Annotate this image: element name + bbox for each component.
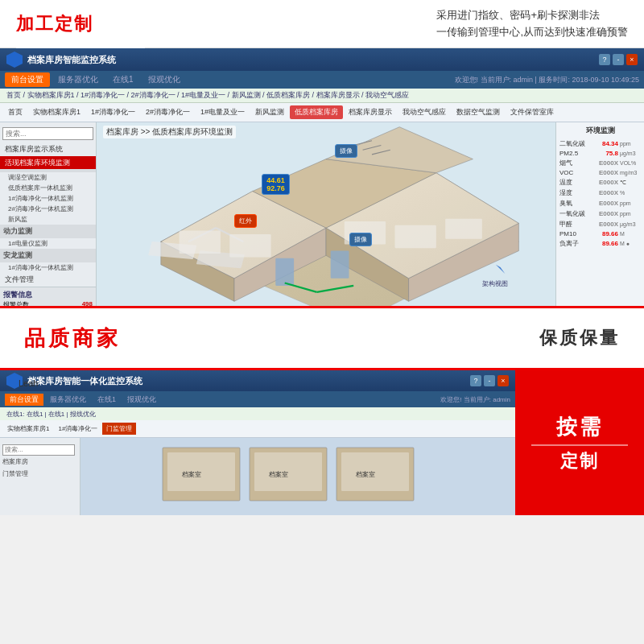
- menu-disinfect1[interactable]: 1#消毒净化一: [86, 105, 140, 119]
- bottom-floor-svg: 档案室 档案室 档案室: [80, 438, 515, 515]
- bottom-nav-tab-report[interactable]: 报观优化: [122, 394, 161, 406]
- bottom-nav: 前台设置 服务器优化 在线1 报观优化 欢迎您! 当前用户: admin: [0, 391, 515, 407]
- breadcrumb-bar: 首页 / 实物档案库房1 / 1#消毒净化一 / 2#消毒净化一 / 1#电量及…: [0, 89, 644, 103]
- env-label-co2: 二氧化碳: [559, 139, 588, 148]
- bottom-menu-disinfect[interactable]: 1#消毒净化一: [54, 423, 101, 435]
- sidebar-item-files[interactable]: 文件管理: [0, 273, 96, 287]
- sidebar-sub-dis1[interactable]: 1#消毒净化一体机监测: [0, 193, 96, 204]
- env-panel-title: 环境监测: [559, 126, 641, 136]
- bottom-close-btn[interactable]: ×: [497, 375, 509, 386]
- env-val-pm10: 89.66: [590, 230, 618, 237]
- close-btn[interactable]: ×: [626, 54, 638, 65]
- menu-display[interactable]: 档案库房显示: [344, 105, 397, 119]
- sidebar-sub-power[interactable]: 1#电量仪监测: [0, 238, 96, 249]
- svg-marker-27: [496, 265, 505, 274]
- bottom-nav-tab-online[interactable]: 在线1: [93, 394, 121, 406]
- env-unit-pm25: μg/m3: [620, 151, 641, 156]
- env-unit-voc: mg/m3: [620, 170, 641, 175]
- menu-airquality[interactable]: 我动空气感应: [398, 105, 451, 119]
- bottom-minimize-btn[interactable]: -: [484, 375, 495, 386]
- env-label-smoke: 烟气: [559, 159, 588, 167]
- breadcrumb-text: 首页 / 实物档案库房1 / 1#消毒净化一 / 2#消毒净化一 / 1#电量及…: [6, 90, 409, 101]
- sidebar-sub-hvac[interactable]: 调湿空调监测: [0, 172, 96, 183]
- sidebar-sub-security[interactable]: 1#消毒净化一体机监测: [0, 262, 96, 273]
- env-unit-neg-ion: M ●: [620, 241, 641, 246]
- env-label-humidity: 湿度: [559, 188, 588, 197]
- sidebar-section-power: 动力监测: [0, 225, 96, 238]
- menu-disinfect2[interactable]: 2#消毒净化一: [141, 105, 195, 119]
- bottom-help-btn[interactable]: ?: [470, 375, 481, 386]
- bottom-menu: 实物档案库房1 1#消毒净化一 门监管理: [0, 420, 515, 438]
- menu-ventilation[interactable]: 新风监测: [250, 105, 289, 119]
- logo-icon: [6, 52, 23, 68]
- env-row-neg-ion: 负离子 89.66 M ●: [559, 239, 641, 248]
- sidebar-item-archive[interactable]: 档案库房监示系统: [0, 142, 96, 156]
- env-row-ozone: 臭氧 E000X ppm: [559, 199, 641, 208]
- menu-lowgrade[interactable]: 低质档案库房: [290, 105, 343, 119]
- env-label-neg-ion: 负离子: [559, 239, 588, 248]
- env-label-formaldehyde: 甲醛: [559, 220, 588, 229]
- bottom-nav-tab-optimize[interactable]: 服务器优化: [45, 394, 91, 406]
- bottom-nav-tab-settings[interactable]: 前台设置: [5, 394, 43, 406]
- menu-archive[interactable]: 实物档案库房1: [28, 105, 85, 119]
- sidebar-search-input[interactable]: [2, 127, 93, 140]
- sidebar-sub-lowgrade[interactable]: 低质档案库一体机监测: [0, 183, 96, 193]
- nav-tab-online[interactable]: 在线1: [106, 72, 140, 87]
- svg-rect-32: [167, 452, 235, 491]
- bottom-nav-right: 欢迎您! 当前用户: admin: [440, 395, 510, 404]
- badge-line1: 按需: [556, 413, 603, 441]
- env-row-temp: 温度 E000X ℃: [559, 178, 641, 187]
- nav-tab-optimize[interactable]: 服务器优化: [52, 72, 105, 87]
- help-btn[interactable]: ?: [599, 54, 610, 65]
- sidebar-sub-vent[interactable]: 新风监: [0, 214, 96, 225]
- banner-slogan: 采用进门指纹、密码+刷卡探测非法 一传输到管理中心,从而达到快速准确预警: [436, 7, 628, 41]
- logo-area: 档案库房智能监控系统: [6, 52, 116, 68]
- sidebar-sub-dis2[interactable]: 2#消毒净化一体机监测: [0, 204, 96, 214]
- env-row-pm25: PM2.5 75.8 μg/m3: [559, 150, 641, 157]
- middle-text-right: 保质保量: [539, 326, 620, 350]
- brand-label: 加工定制: [16, 12, 93, 36]
- floor-plan-svg: 架构视图: [97, 122, 555, 306]
- svg-text:档案室: 档案室: [268, 470, 288, 478]
- minimize-btn[interactable]: -: [613, 54, 624, 65]
- nav-tab-report[interactable]: 报观优化: [142, 72, 187, 87]
- bottom-menu-archive[interactable]: 实物档案库房1: [3, 423, 53, 435]
- bottom-sys-controls[interactable]: ? - ×: [470, 375, 509, 386]
- svg-rect-24: [331, 251, 349, 279]
- env-unit-co2: ppm: [620, 141, 641, 147]
- env-unit-smoke: VOL%: [620, 160, 641, 166]
- env-label-voc: VOC: [559, 169, 588, 176]
- menu-dataair[interactable]: 数据空气监测: [452, 105, 505, 119]
- env-label-temp: 温度: [559, 178, 588, 187]
- env-row-co2: 二氧化碳 84.34 ppm: [559, 139, 641, 148]
- bottom-menu-door[interactable]: 门监管理: [102, 423, 136, 435]
- nav-user-info: 欢迎您! 当前用户: admin | 服务时间: 2018-09-10 10:4…: [455, 75, 639, 85]
- sys-controls[interactable]: ? - ×: [599, 54, 638, 65]
- middle-text-left: 品质商家: [24, 324, 121, 353]
- menu-home[interactable]: 首页: [3, 105, 27, 119]
- sidebar-item-env[interactable]: 活现档案库环境监测: [0, 156, 96, 170]
- nav-tab-settings[interactable]: 前台设置: [5, 72, 50, 87]
- bottom-sidebar-item2[interactable]: 门禁管理: [2, 468, 77, 480]
- svg-text:档案室: 档案室: [355, 470, 375, 478]
- bottom-sidebar-item[interactable]: 档案库房: [2, 456, 77, 468]
- bottom-floor-area: 档案室 档案室 档案室: [80, 438, 515, 515]
- sys-title: 档案库房智能监控系统: [27, 54, 116, 66]
- env-label-pm10: PM10: [559, 230, 588, 237]
- svg-rect-16: [395, 225, 436, 249]
- system-bottom-screenshot: 档案库房智能一体化监控系统 ? - × 前台设置 服务器优化 在线1 报观优化 …: [0, 370, 644, 515]
- env-val-co2: 84.34: [590, 140, 618, 147]
- svg-text:档案室: 档案室: [181, 470, 201, 478]
- menu-power[interactable]: 1#电量及业一: [196, 105, 250, 119]
- bottom-search-input[interactable]: [2, 444, 75, 456]
- svg-text:架构视图: 架构视图: [482, 280, 508, 287]
- svg-rect-9: [180, 231, 221, 254]
- env-row-humidity: 湿度 E000X %: [559, 188, 641, 197]
- menu-fileroom[interactable]: 文件保管室库: [506, 105, 559, 119]
- env-label-ozone: 臭氧: [559, 199, 588, 208]
- env-unit-ozone: ppm: [620, 200, 641, 206]
- bottom-right-badge: 按需 定制: [515, 370, 644, 515]
- env-panel: 环境监测 二氧化碳 84.34 ppm PM2.5 75.8 μg/m3 烟气 …: [555, 122, 644, 306]
- sidebar-search-area[interactable]: [0, 122, 96, 142]
- sidebar-section-security: 安龙监测: [0, 249, 96, 262]
